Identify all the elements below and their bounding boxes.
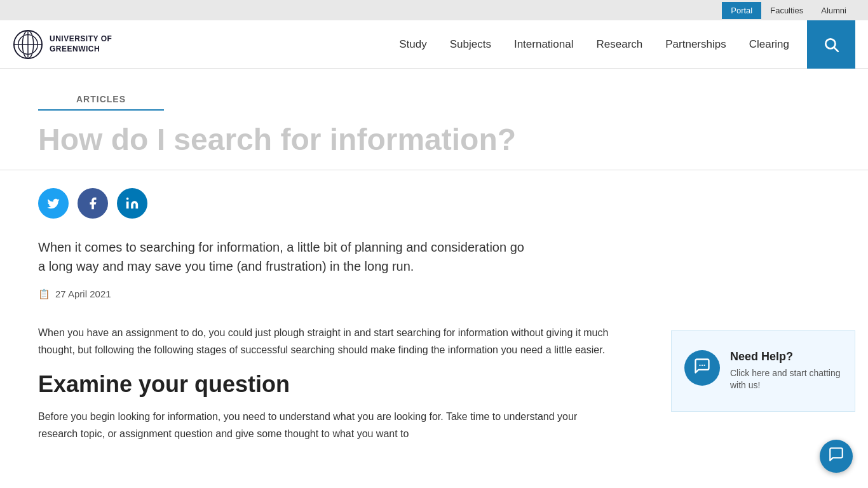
article-title: How do I search for information?	[0, 111, 868, 170]
date-text: 27 April 2021	[55, 288, 111, 299]
search-icon	[823, 36, 839, 53]
help-text: Need Help? Click here and start chatting…	[730, 350, 842, 392]
svg-point-8	[126, 198, 129, 200]
top-bar: Portal Faculties Alumni	[0, 0, 868, 20]
social-share-bar	[0, 170, 868, 231]
article-main-content: When you have an assignment to do, you c…	[0, 318, 652, 468]
nav-partnerships[interactable]: Partnerships	[654, 20, 737, 68]
nav-subjects[interactable]: Subjects	[438, 20, 503, 68]
portal-link[interactable]: Portal	[722, 2, 761, 19]
calendar-icon: 📋	[38, 288, 50, 300]
article-sub-paragraph: Before you begin looking for information…	[38, 408, 614, 442]
svg-point-11	[703, 364, 705, 365]
logo-text: UNIVERSITY OF GREENWICH	[50, 34, 112, 54]
help-widget[interactable]: Need Help? Click here and start chatting…	[671, 330, 855, 412]
twitter-icon	[46, 196, 60, 210]
svg-point-10	[702, 364, 703, 365]
alumni-link[interactable]: Alumni	[812, 2, 855, 19]
nav-links: Study Subjects International Research Pa…	[388, 20, 801, 68]
article-date: 📋 27 April 2021	[0, 288, 868, 318]
svg-rect-7	[126, 201, 129, 208]
articles-label: ARTICLES	[38, 79, 164, 111]
top-bar-links: Portal Faculties Alumni	[722, 2, 855, 19]
help-title: Need Help?	[730, 350, 842, 363]
linkedin-icon	[125, 196, 139, 210]
article-body-section: When you have an assignment to do, you c…	[0, 318, 868, 468]
twitter-share-button[interactable]	[38, 188, 69, 219]
nav-international[interactable]: International	[503, 20, 585, 68]
svg-point-9	[699, 364, 700, 365]
facebook-icon	[86, 196, 100, 210]
logo-area[interactable]: UNIVERSITY OF GREENWICH	[13, 29, 112, 60]
svg-line-6	[834, 47, 838, 51]
floating-chat-icon	[828, 446, 844, 466]
article-body-paragraph: When you have an assignment to do, you c…	[38, 324, 614, 358]
university-logo	[13, 29, 43, 60]
faculties-link[interactable]: Faculties	[761, 2, 812, 19]
chat-icon-circle	[684, 350, 720, 386]
help-description: Click here and start chatting with us!	[730, 367, 842, 392]
linkedin-share-button[interactable]	[117, 188, 147, 219]
content-wrapper: ARTICLES How do I search for information…	[0, 69, 868, 468]
floating-chat-button[interactable]	[820, 440, 853, 468]
nav-study[interactable]: Study	[388, 20, 438, 68]
chat-bubble-icon	[693, 357, 711, 379]
nav-research[interactable]: Research	[585, 20, 654, 68]
facebook-share-button[interactable]	[78, 188, 108, 219]
article-subheading: Examine your question	[38, 371, 614, 398]
nav-clearing[interactable]: Clearing	[738, 20, 801, 68]
article-intro: When it comes to searching for informati…	[0, 231, 572, 288]
navbar: UNIVERSITY OF GREENWICH Study Subjects I…	[0, 20, 868, 69]
search-button[interactable]	[807, 20, 855, 69]
